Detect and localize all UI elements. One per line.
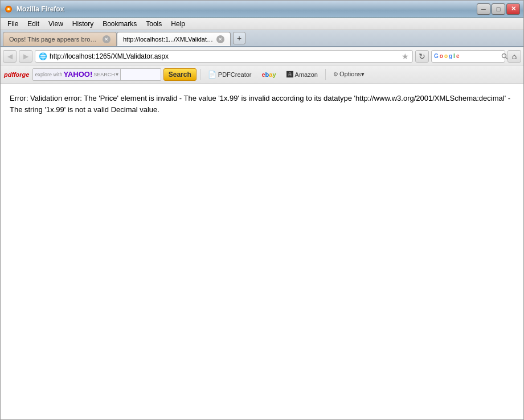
toolbar: pdfforge explore with YAHOO! SEARCH ▾ Se… <box>1 65 523 84</box>
browser-window: Mozilla Firefox ─ □ ✕ File Edit View His… <box>0 0 524 420</box>
yahoo-logo-area: explore with YAHOO! SEARCH ▾ <box>33 68 120 81</box>
maximize-button[interactable]: □ <box>492 3 505 15</box>
svg-point-2 <box>7 8 10 10</box>
toolbar-separator-1 <box>200 69 200 80</box>
bookmark-star-icon[interactable]: ★ <box>402 52 409 61</box>
toolbar-separator-2 <box>325 69 326 80</box>
address-input[interactable] <box>50 52 399 60</box>
amazon-label: Amazon <box>295 71 318 78</box>
google-search-box: G o o g l e <box>431 50 505 63</box>
google-search-input[interactable] <box>460 52 500 60</box>
pdfcreator-label: PDFCreator <box>218 71 252 78</box>
minimize-button[interactable]: ─ <box>477 3 490 15</box>
google-icon: G <box>434 53 439 59</box>
pdfcreator-icon: 📄 <box>208 71 216 79</box>
options-button[interactable]: ⚙ Options▾ <box>329 68 369 81</box>
reload-button[interactable]: ↻ <box>415 50 429 63</box>
menu-history[interactable]: History <box>68 19 98 29</box>
titlebar: Mozilla Firefox ─ □ ✕ <box>1 1 523 18</box>
window-title: Mozilla Firefox <box>17 5 477 13</box>
yahoo-search-area: explore with YAHOO! SEARCH ▾ <box>32 68 161 81</box>
search-button[interactable]: Search <box>163 68 197 81</box>
google-icon-e: e <box>456 53 460 59</box>
yahoo-logo: YAHOO! <box>63 70 92 79</box>
window-controls: ─ □ ✕ <box>477 3 520 15</box>
error-message: Error: Validation error: The 'Price' ele… <box>10 93 514 115</box>
back-button[interactable]: ◀ <box>3 50 17 63</box>
menu-bookmarks[interactable]: Bookmarks <box>98 19 141 29</box>
close-button[interactable]: ✕ <box>506 3 520 15</box>
ebay-icon: ebay <box>261 71 276 78</box>
page-icon: 🌐 <box>39 52 47 60</box>
google-icon-g2: g <box>449 53 452 59</box>
menubar: File Edit View History Bookmarks Tools H… <box>1 18 523 30</box>
tab-broken-label: Oops! This page appears broken. <box>9 36 99 43</box>
tab-active[interactable]: http://localhost:1.../XMLValidator.aspx … <box>117 32 231 46</box>
pdfcreator-button[interactable]: 📄 PDFCreator <box>204 68 256 81</box>
content-area: Error: Validation error: The 'Price' ele… <box>1 84 523 419</box>
menu-view[interactable]: View <box>44 19 68 29</box>
yahoo-dropdown-icon[interactable]: ▾ <box>116 71 118 77</box>
google-icon-o1: o <box>440 53 443 59</box>
navbar: ◀ ▶ 🌐 ★ ↻ G o o g l e ⌂ <box>1 47 523 65</box>
google-icon-l: l <box>453 53 455 59</box>
firefox-icon <box>4 5 13 14</box>
google-icon-o2: o <box>444 53 448 59</box>
tab-broken[interactable]: Oops! This page appears broken. ✕ <box>3 32 117 46</box>
menu-tools[interactable]: Tools <box>141 19 166 29</box>
tab-broken-close[interactable]: ✕ <box>103 35 110 43</box>
yahoo-explore-label: explore with <box>35 72 62 77</box>
address-bar: 🌐 ★ <box>35 50 413 63</box>
yahoo-search-text: SEARCH <box>93 72 115 77</box>
menu-edit[interactable]: Edit <box>23 19 44 29</box>
amazon-button[interactable]: 🅰 Amazon <box>283 68 322 81</box>
options-gear-icon: ⚙ <box>333 71 338 77</box>
ebay-button[interactable]: ebay eBay <box>257 68 280 81</box>
forward-button[interactable]: ▶ <box>19 50 32 63</box>
amazon-icon: 🅰 <box>286 71 293 79</box>
tab-active-close[interactable]: ✕ <box>216 35 224 43</box>
menu-help[interactable]: Help <box>166 19 190 29</box>
svg-point-3 <box>502 53 506 57</box>
tabbar: Oops! This page appears broken. ✕ http:/… <box>1 30 523 47</box>
yahoo-search-input[interactable] <box>121 68 161 81</box>
options-label: Options▾ <box>339 71 365 78</box>
tab-add-button[interactable]: + <box>233 32 245 44</box>
tab-active-label: http://localhost:1.../XMLValidator.aspx <box>123 36 213 43</box>
menu-file[interactable]: File <box>3 19 23 29</box>
pdfforge-logo: pdfforge <box>4 71 29 78</box>
home-button[interactable]: ⌂ <box>507 50 521 63</box>
